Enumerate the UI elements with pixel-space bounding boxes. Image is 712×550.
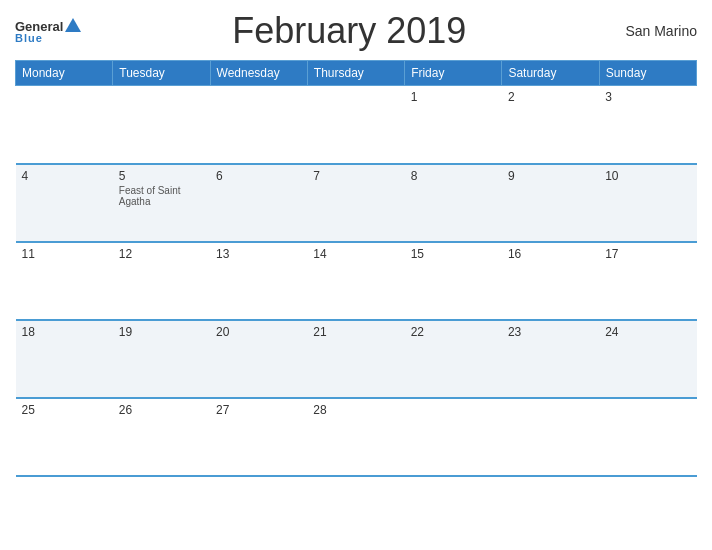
- calendar-cell: [599, 398, 696, 476]
- calendar-cell: 8: [405, 164, 502, 242]
- calendar-cell: 4: [16, 164, 113, 242]
- calendar-container: General Blue February 2019 San Marino Mo…: [0, 0, 712, 550]
- day-number: 11: [22, 247, 107, 261]
- logo-triangle-icon: [65, 18, 81, 32]
- week-row-1: 123: [16, 86, 697, 164]
- day-number: 6: [216, 169, 301, 183]
- weekday-header-row: Monday Tuesday Wednesday Thursday Friday…: [16, 61, 697, 86]
- event-label: Feast of Saint Agatha: [119, 185, 204, 207]
- week-row-4: 18192021222324: [16, 320, 697, 398]
- day-number: 9: [508, 169, 593, 183]
- calendar-cell: 9: [502, 164, 599, 242]
- day-number: 25: [22, 403, 107, 417]
- calendar-cell: 20: [210, 320, 307, 398]
- header-tuesday: Tuesday: [113, 61, 210, 86]
- calendar-cell: 10: [599, 164, 696, 242]
- calendar-cell: 13: [210, 242, 307, 320]
- calendar-location: San Marino: [617, 23, 697, 39]
- calendar-cell: 2: [502, 86, 599, 164]
- calendar-cell: 26: [113, 398, 210, 476]
- calendar-cell: 27: [210, 398, 307, 476]
- calendar-cell: 6: [210, 164, 307, 242]
- day-number: 7: [313, 169, 398, 183]
- day-number: 4: [22, 169, 107, 183]
- calendar-cell: [113, 86, 210, 164]
- calendar-cell: 17: [599, 242, 696, 320]
- day-number: 18: [22, 325, 107, 339]
- week-row-5: 25262728: [16, 398, 697, 476]
- calendar-title: February 2019: [81, 10, 617, 52]
- day-number: 14: [313, 247, 398, 261]
- day-number: 27: [216, 403, 301, 417]
- calendar-cell: [502, 398, 599, 476]
- calendar-header: General Blue February 2019 San Marino: [15, 10, 697, 52]
- day-number: 19: [119, 325, 204, 339]
- calendar-cell: 14: [307, 242, 404, 320]
- header-wednesday: Wednesday: [210, 61, 307, 86]
- day-number: 15: [411, 247, 496, 261]
- calendar-cell: 11: [16, 242, 113, 320]
- day-number: 2: [508, 90, 593, 104]
- header-saturday: Saturday: [502, 61, 599, 86]
- day-number: 16: [508, 247, 593, 261]
- calendar-cell: 24: [599, 320, 696, 398]
- day-number: 23: [508, 325, 593, 339]
- week-row-2: 45Feast of Saint Agatha678910: [16, 164, 697, 242]
- day-number: 13: [216, 247, 301, 261]
- calendar-cell: [405, 398, 502, 476]
- calendar-cell: 22: [405, 320, 502, 398]
- header-monday: Monday: [16, 61, 113, 86]
- day-number: 8: [411, 169, 496, 183]
- day-number: 24: [605, 325, 690, 339]
- calendar-cell: 18: [16, 320, 113, 398]
- header-sunday: Sunday: [599, 61, 696, 86]
- calendar-cell: [210, 86, 307, 164]
- calendar-cell: 23: [502, 320, 599, 398]
- day-number: 17: [605, 247, 690, 261]
- day-number: 1: [411, 90, 496, 104]
- day-number: 10: [605, 169, 690, 183]
- logo: General Blue: [15, 19, 81, 44]
- day-number: 22: [411, 325, 496, 339]
- day-number: 12: [119, 247, 204, 261]
- calendar-cell: 28: [307, 398, 404, 476]
- calendar-cell: 16: [502, 242, 599, 320]
- week-row-3: 11121314151617: [16, 242, 697, 320]
- calendar-cell: [16, 86, 113, 164]
- calendar-cell: 12: [113, 242, 210, 320]
- day-number: 3: [605, 90, 690, 104]
- header-friday: Friday: [405, 61, 502, 86]
- calendar-cell: 7: [307, 164, 404, 242]
- calendar-cell: [307, 86, 404, 164]
- day-number: 5: [119, 169, 204, 183]
- calendar-cell: 25: [16, 398, 113, 476]
- day-number: 20: [216, 325, 301, 339]
- day-number: 21: [313, 325, 398, 339]
- day-number: 28: [313, 403, 398, 417]
- calendar-cell: 19: [113, 320, 210, 398]
- calendar-cell: 3: [599, 86, 696, 164]
- calendar-cell: 5Feast of Saint Agatha: [113, 164, 210, 242]
- calendar-cell: 21: [307, 320, 404, 398]
- calendar-table: Monday Tuesday Wednesday Thursday Friday…: [15, 60, 697, 477]
- calendar-cell: 15: [405, 242, 502, 320]
- logo-blue-text: Blue: [15, 32, 43, 44]
- calendar-cell: 1: [405, 86, 502, 164]
- header-thursday: Thursday: [307, 61, 404, 86]
- day-number: 26: [119, 403, 204, 417]
